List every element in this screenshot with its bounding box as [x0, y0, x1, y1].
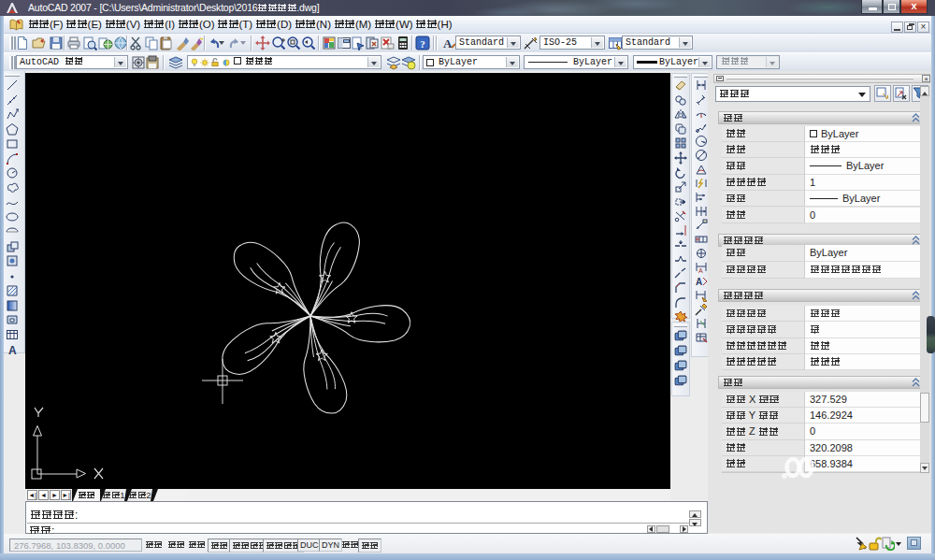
svg-text:A: A	[698, 267, 703, 274]
svg-text:A: A	[696, 277, 702, 287]
svg-text:A: A	[443, 36, 453, 50]
svg-text:A: A	[8, 344, 17, 356]
svg-text:?: ?	[420, 38, 425, 50]
